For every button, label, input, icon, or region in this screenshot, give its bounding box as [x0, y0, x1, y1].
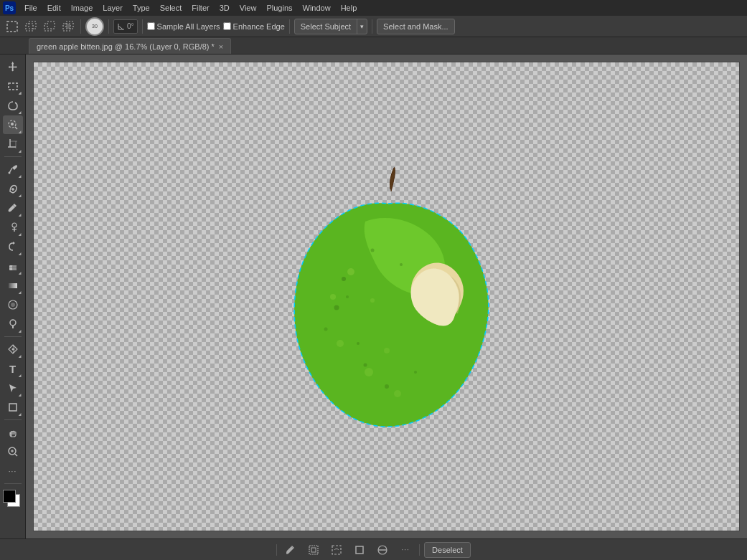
text-btn[interactable]: T — [3, 359, 23, 378]
menu-3d[interactable]: 3D — [215, 2, 234, 14]
more-options-icon: ··· — [401, 546, 409, 554]
divider-1 — [80, 19, 81, 34]
sample-all-layers-checkbox[interactable] — [147, 22, 155, 30]
text-icon: T — [9, 363, 16, 375]
foreground-color-swatch[interactable] — [3, 490, 16, 503]
more-tools-btn[interactable]: ··· — [3, 462, 23, 480]
divider-5 — [372, 19, 372, 34]
path-selection-btn[interactable] — [3, 379, 23, 397]
svg-rect-0 — [7, 22, 17, 32]
toolbar-divider-1 — [4, 156, 22, 157]
svg-marker-27 — [13, 242, 15, 245]
menu-bar: Ps File Edit Image Layer Type Select Fil… — [0, 0, 747, 16]
brush-size-circle[interactable]: 30 — [85, 17, 104, 36]
bottom-refine-edge-btn[interactable] — [327, 542, 346, 558]
color-swatches[interactable] — [3, 490, 23, 510]
svg-rect-61 — [309, 546, 318, 554]
crop-tool-btn[interactable] — [3, 135, 23, 153]
svg-rect-29 — [12, 265, 17, 270]
sample-all-layers-label[interactable]: Sample All Layers — [147, 22, 220, 31]
pen-btn[interactable] — [3, 340, 23, 359]
spot-healing-btn[interactable] — [3, 179, 23, 198]
document-tab[interactable]: green apple bitten.jpg @ 16.7% (Layer 0,… — [29, 38, 231, 54]
angle-input-box[interactable]: 0° — [113, 19, 138, 34]
svg-point-55 — [365, 368, 373, 376]
bottom-more-btn[interactable]: ··· — [396, 542, 415, 558]
menu-window[interactable]: Window — [299, 2, 335, 14]
deselect-button[interactable]: Deselect — [424, 542, 471, 558]
angle-value: 0° — [127, 22, 134, 30]
bottom-transform-btn[interactable] — [304, 542, 323, 558]
svg-point-52 — [346, 295, 349, 298]
deselect-label: Deselect — [432, 546, 463, 554]
menu-help[interactable]: Help — [337, 2, 362, 14]
apple-image — [272, 164, 502, 430]
sample-all-layers-text: Sample All Layers — [157, 22, 220, 31]
hand-btn[interactable] — [3, 423, 23, 442]
brush-size-value: 30 — [92, 24, 98, 29]
svg-point-53 — [347, 268, 354, 275]
menu-plugins[interactable]: Plugins — [262, 2, 296, 14]
svg-point-46 — [334, 305, 339, 310]
new-selection-btn[interactable] — [4, 19, 20, 34]
select-mask-button[interactable]: Select and Mask... — [377, 19, 455, 34]
bottom-separator-mid — [419, 544, 420, 556]
lasso-tool-btn[interactable] — [3, 96, 23, 115]
enhance-edge-text: Enhance Edge — [233, 22, 285, 31]
bottom-separator-left — [276, 544, 277, 556]
divider-4 — [289, 19, 290, 34]
svg-rect-64 — [356, 546, 363, 554]
menu-image[interactable]: Image — [67, 2, 98, 14]
eyedropper-btn[interactable] — [3, 160, 23, 179]
rectangle-marquee-btn[interactable] — [3, 77, 23, 95]
blur-btn[interactable] — [3, 295, 23, 314]
canvas-area[interactable] — [26, 54, 747, 538]
angle-icon — [117, 22, 126, 31]
svg-point-43 — [342, 277, 346, 281]
enhance-edge-checkbox[interactable] — [223, 22, 231, 30]
svg-line-39 — [15, 454, 17, 456]
svg-rect-37 — [9, 404, 17, 411]
menu-filter[interactable]: Filter — [187, 2, 213, 14]
intersect-selection-btn[interactable] — [60, 19, 76, 34]
menu-type[interactable]: Type — [128, 2, 154, 14]
eraser-btn[interactable] — [3, 257, 23, 275]
tab-bar: green apple bitten.jpg @ 16.7% (Layer 0,… — [0, 37, 747, 54]
menu-edit[interactable]: Edit — [43, 2, 65, 14]
select-subject-arrow[interactable]: ▾ — [357, 19, 367, 34]
shape-btn[interactable] — [3, 398, 23, 417]
gradient-btn[interactable] — [3, 276, 23, 295]
move-tool-btn[interactable] — [3, 57, 23, 76]
subtract-selection-btn[interactable] — [42, 19, 57, 34]
menu-file[interactable]: File — [20, 2, 42, 14]
svg-point-36 — [11, 348, 14, 351]
menu-view[interactable]: View — [235, 2, 261, 14]
menu-layer[interactable]: Layer — [98, 2, 127, 14]
canvas-wrapper — [33, 62, 740, 531]
select-subject-button[interactable]: Select Subject ▾ — [294, 19, 367, 34]
bottom-brush-btn[interactable] — [281, 542, 300, 558]
svg-rect-62 — [311, 548, 316, 552]
menu-select[interactable]: Select — [156, 2, 187, 14]
zoom-btn[interactable] — [3, 442, 23, 461]
quick-selection-btn[interactable] — [3, 115, 23, 134]
svg-point-34 — [10, 320, 16, 326]
more-icon: ··· — [9, 468, 17, 475]
svg-point-59 — [370, 298, 375, 303]
bottom-square-btn[interactable] — [350, 542, 369, 558]
bottom-subtract-btn[interactable] — [373, 542, 392, 558]
ps-logo: Ps — [3, 1, 16, 14]
history-brush-btn[interactable] — [3, 237, 23, 256]
svg-point-58 — [394, 390, 401, 397]
clone-stamp-btn[interactable] — [3, 218, 23, 237]
enhance-edge-label[interactable]: Enhance Edge — [223, 22, 285, 31]
brush-tool-btn[interactable] — [3, 199, 23, 217]
tab-close-btn[interactable]: × — [219, 42, 223, 51]
divider-3 — [142, 19, 143, 34]
add-selection-btn[interactable] — [23, 19, 39, 34]
select-subject-label: Select Subject — [295, 22, 357, 31]
dodge-btn[interactable] — [3, 315, 23, 333]
divider-2 — [108, 19, 109, 34]
svg-rect-1 — [26, 24, 33, 31]
main-area: T — [0, 54, 747, 538]
